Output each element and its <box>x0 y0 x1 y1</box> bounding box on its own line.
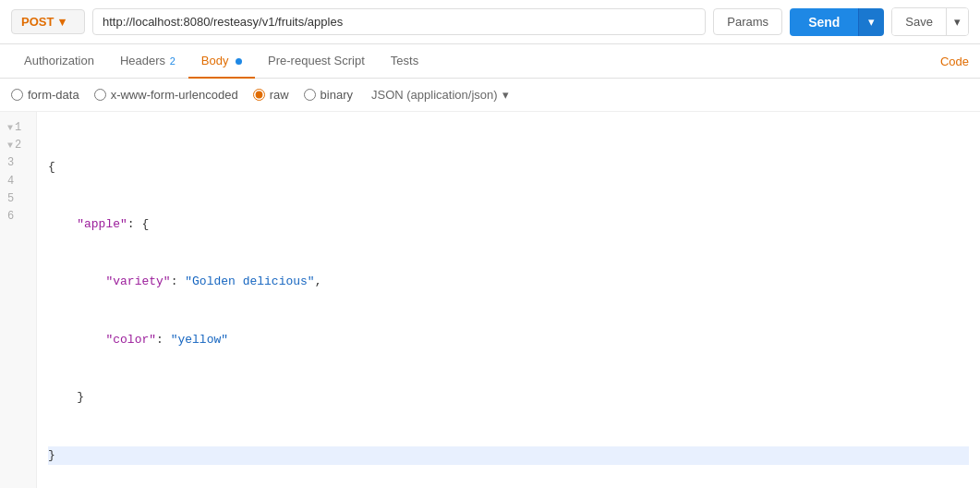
tab-tests[interactable]: Tests <box>378 44 431 79</box>
request-tabs: Authorization Headers 2 Body Pre-request… <box>0 44 980 79</box>
params-button[interactable]: Params <box>713 8 782 35</box>
line-num-6: 6 <box>0 208 36 226</box>
fold-icon-2[interactable]: ▼ <box>7 139 13 153</box>
line-num-3: 3 <box>0 154 36 172</box>
method-dropdown-icon: ▾ <box>59 15 66 29</box>
url-input[interactable] <box>92 8 706 35</box>
code-line-6: } <box>48 446 969 466</box>
code-link[interactable]: Code <box>940 45 969 78</box>
line-num-4: 4 <box>0 173 36 190</box>
form-data-option[interactable]: form-data <box>11 88 79 102</box>
code-body[interactable]: { "apple": { "variety": "Golden deliciou… <box>37 112 980 488</box>
line-num-2: ▼ 2 <box>0 137 36 154</box>
content-type-selector[interactable]: JSON (application/json) ▾ <box>371 88 509 102</box>
method-selector[interactable]: POST ▾ <box>11 9 85 34</box>
save-group: Save ▾ <box>891 7 969 36</box>
send-button[interactable]: Send <box>790 8 858 36</box>
body-dot <box>236 58 242 65</box>
save-dropdown-button[interactable]: ▾ <box>946 8 968 35</box>
method-value: POST <box>21 15 54 29</box>
save-button[interactable]: Save <box>892 8 946 35</box>
tab-headers[interactable]: Headers 2 <box>107 44 188 79</box>
code-line-5: } <box>48 388 969 408</box>
form-data-radio[interactable] <box>11 89 23 101</box>
line-numbers: ▼ 1 ▼ 2 3 4 5 6 <box>0 112 37 488</box>
code-editor: ▼ 1 ▼ 2 3 4 5 6 { "apple": { "variety": … <box>0 112 980 488</box>
code-line-2: "apple": { <box>48 215 969 235</box>
line-num-5: 5 <box>0 190 36 208</box>
url-encoded-option[interactable]: x-www-form-urlencoded <box>94 88 238 102</box>
send-dropdown-button[interactable]: ▾ <box>858 8 884 36</box>
toolbar: POST ▾ Params Send ▾ Save ▾ <box>0 0 980 44</box>
tab-authorization[interactable]: Authorization <box>11 44 107 79</box>
code-line-1: { <box>48 158 969 177</box>
raw-radio[interactable] <box>253 89 265 101</box>
tab-pre-request[interactable]: Pre-request Script <box>255 44 378 79</box>
fold-icon-1[interactable]: ▼ <box>7 121 13 136</box>
send-group: Send ▾ <box>790 8 884 36</box>
url-encoded-radio[interactable] <box>94 89 106 101</box>
tab-body[interactable]: Body <box>188 44 255 79</box>
binary-option[interactable]: binary <box>304 88 353 102</box>
content-type-chevron-icon: ▾ <box>502 88 509 102</box>
headers-badge: 2 <box>170 55 175 67</box>
raw-option[interactable]: raw <box>253 88 289 102</box>
code-line-4: "color": "yellow" <box>48 331 969 350</box>
body-format-options: form-data x-www-form-urlencoded raw bina… <box>0 79 980 112</box>
code-line-3: "variety": "Golden delicious", <box>48 273 969 292</box>
line-num-1: ▼ 1 <box>0 119 36 137</box>
binary-radio[interactable] <box>304 89 316 101</box>
